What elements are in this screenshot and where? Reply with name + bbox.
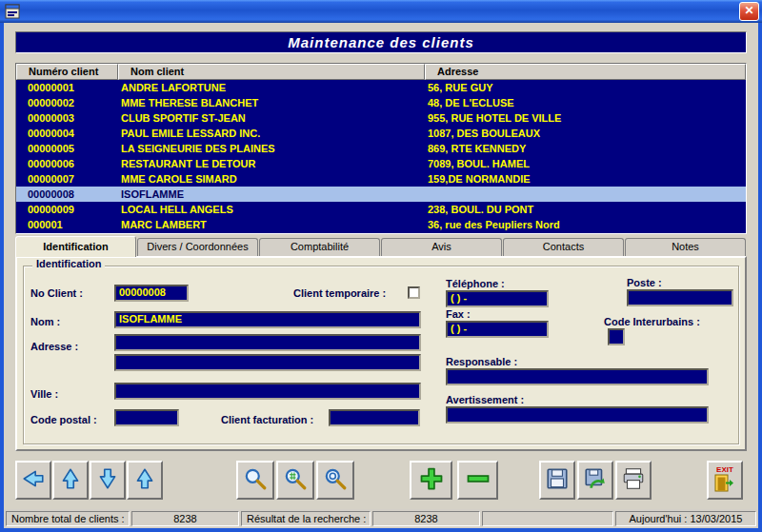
- client-nom: ISOFLAMME: [118, 187, 425, 202]
- client-adresse: 48, DE L'ECLUSE: [425, 95, 746, 110]
- client-nom: MME CAROLE SIMARD: [118, 171, 425, 187]
- client-numero: 00000002: [16, 95, 118, 110]
- toolbar: EXIT: [4, 457, 758, 504]
- responsable-field[interactable]: [446, 368, 709, 385]
- restore-button[interactable]: [577, 461, 613, 500]
- plus-icon: [418, 465, 445, 496]
- client-nom: CLUB SPORTIF ST-JEAN: [118, 110, 425, 126]
- adresse-label: Adresse :: [30, 338, 78, 355]
- ville-label: Ville :: [30, 385, 58, 403]
- exit-button[interactable]: EXIT: [707, 461, 743, 500]
- print-button[interactable]: [615, 461, 652, 500]
- client-facturation-field[interactable]: [329, 409, 420, 426]
- client-numero: 00000009: [16, 202, 118, 217]
- status-total-value: 8238: [131, 511, 239, 526]
- column-header-nom[interactable]: Nom client: [118, 64, 425, 80]
- client-row[interactable]: 000001 MARC LAMBERT 36, rue des Peuplier…: [16, 217, 746, 232]
- exit-door-icon: [714, 474, 735, 496]
- close-button[interactable]: ✕: [739, 2, 759, 21]
- code-postal-field[interactable]: [114, 409, 179, 426]
- avertissement-field[interactable]: [446, 406, 709, 424]
- client-adresse: 869, RTE KENNEDY: [425, 141, 746, 156]
- status-spacer: [482, 511, 613, 526]
- tab[interactable]: Identification: [15, 236, 136, 257]
- client-nom: MME THERESE BLANCHET: [118, 95, 425, 110]
- client-row[interactable]: 00000003 CLUB SPORTIF ST-JEAN 955, RUE H…: [16, 110, 746, 126]
- ville-field[interactable]: [114, 383, 421, 400]
- client-adresse: 7089, BOUL. HAMEL: [425, 156, 746, 171]
- client-temporaire-label: Client temporaire :: [293, 285, 386, 302]
- minus-icon: [465, 465, 491, 496]
- status-result-value: 8238: [372, 511, 480, 526]
- column-header-numero[interactable]: Numéro client: [16, 64, 118, 80]
- nav-last-button[interactable]: [127, 461, 163, 500]
- nav-first-button[interactable]: [52, 461, 89, 500]
- client-row[interactable]: 00000006 RESTAURANT LE DETOUR 7089, BOUL…: [16, 156, 746, 171]
- client-row[interactable]: 00000001 ANDRE LAFORTUNE 56, RUE GUY: [16, 80, 746, 95]
- client-numero: 00000001: [16, 80, 118, 95]
- client-nom: PAUL EMILE LESSARD INC.: [118, 126, 425, 141]
- tab[interactable]: Divers / Coordonnées: [137, 238, 258, 256]
- save-button[interactable]: [539, 461, 575, 500]
- poste-field[interactable]: [627, 289, 733, 306]
- column-header-adresse[interactable]: Adresse: [425, 64, 746, 80]
- no-client-field[interactable]: 00000008: [114, 285, 189, 302]
- search-advanced-button[interactable]: [276, 461, 314, 500]
- client-row[interactable]: 00000007 MME CAROLE SIMARD 159,DE NORMAN…: [16, 171, 746, 187]
- client-adresse: 238, BOUL. DU PONT: [425, 202, 746, 217]
- arrow-up-icon: [132, 466, 157, 495]
- nav-next-button[interactable]: [90, 461, 126, 500]
- groupbox-title: Identification: [32, 258, 105, 269]
- client-numero: 00000006: [16, 156, 118, 171]
- client-temporaire-checkbox[interactable]: [408, 286, 420, 299]
- client-numero: 00000007: [16, 171, 118, 187]
- client-nom: ANDRE LAFORTUNE: [118, 80, 425, 95]
- adresse-field-2[interactable]: [114, 354, 421, 371]
- arrow-left-icon: [21, 466, 46, 495]
- adresse-field-1[interactable]: [114, 334, 421, 351]
- magnifier-icon: [243, 466, 268, 495]
- tab[interactable]: Notes: [625, 238, 746, 256]
- client-numero: 00000004: [16, 126, 118, 141]
- no-client-label: No Client :: [30, 285, 83, 302]
- client-row[interactable]: 00000009 LOCAL HELL ANGELS 238, BOUL. DU…: [16, 202, 746, 217]
- code-postal-label: Code postal :: [30, 411, 97, 428]
- delete-client-button[interactable]: [457, 461, 498, 500]
- client-facturation-label: Client facturation :: [221, 411, 313, 428]
- nom-label: Nom :: [30, 313, 60, 330]
- status-today: Aujourd'hui : 13/03/2015: [615, 511, 756, 526]
- status-result-label: Résultat de la recherche :: [241, 511, 371, 526]
- tab[interactable]: Avis: [381, 238, 502, 256]
- floppy-icon: [545, 466, 570, 495]
- tab-strip: Identification Divers / Coordonnées Comp…: [15, 238, 747, 256]
- identification-panel: Identification No Client : 00000008 Clie…: [15, 256, 747, 451]
- tab[interactable]: Contacts: [503, 238, 624, 256]
- client-row[interactable]: 00000008 ISOFLAMME: [16, 187, 746, 202]
- client-numero: 000001: [16, 217, 118, 232]
- client-row[interactable]: 00000004 PAUL EMILE LESSARD INC. 1087, D…: [16, 126, 746, 141]
- nav-back-button[interactable]: [15, 461, 51, 500]
- client-row[interactable]: 00000005 LA SEIGNEURIE DES PLAINES 869, …: [16, 141, 746, 156]
- arrow-up-icon: [58, 466, 83, 495]
- search-button[interactable]: [236, 461, 274, 500]
- client-adresse: 1087, DES BOULEAUX: [425, 126, 746, 141]
- add-client-button[interactable]: [410, 461, 452, 500]
- client-list-body: 00000001 ANDRE LAFORTUNE 56, RUE GUY 000…: [16, 80, 746, 232]
- exit-label: EXIT: [716, 465, 733, 474]
- fax-field[interactable]: ( ) -: [446, 321, 549, 338]
- app-window: ✕ Maintenance des clients Numéro client …: [0, 0, 762, 532]
- title-bar: ✕: [0, 0, 762, 23]
- floppy-undo-icon: [583, 466, 608, 495]
- client-adresse: 36, rue des Peupliers Nord: [425, 217, 746, 232]
- tab[interactable]: Comptabilité: [259, 238, 380, 256]
- client-nom: RESTAURANT LE DETOUR: [118, 156, 425, 171]
- printer-icon: [621, 466, 646, 495]
- nom-field[interactable]: ISOFLAMME: [114, 311, 421, 328]
- page-title: Maintenance des clients: [15, 31, 747, 53]
- client-area: Maintenance des clients Numéro client No…: [4, 23, 758, 528]
- client-row[interactable]: 00000002 MME THERESE BLANCHET 48, DE L'E…: [16, 95, 746, 110]
- client-numero: 00000005: [16, 141, 118, 156]
- search-global-button[interactable]: [316, 461, 354, 500]
- client-adresse: 56, RUE GUY: [425, 80, 746, 95]
- code-interurbains-field[interactable]: [608, 328, 625, 345]
